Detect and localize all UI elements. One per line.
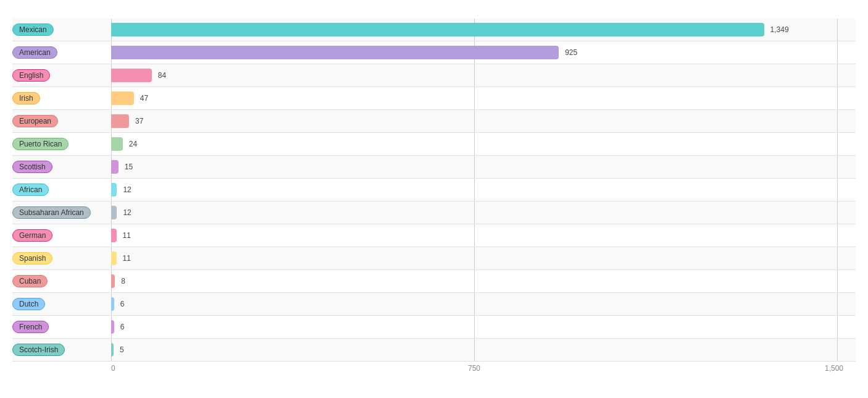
bar-segment-area: 84 [111,64,856,87]
table-row: French6 [12,316,856,339]
bar [111,69,152,82]
bar-value: 37 [135,117,143,125]
bar [111,23,764,36]
table-row: Mexican1,349 [12,19,856,41]
bar-value: 11 [123,231,131,240]
bar-value: 47 [140,94,148,103]
table-row: Cuban8 [12,270,856,293]
bar [111,297,114,311]
table-row: Irish47 [12,87,856,110]
grid-line [837,110,838,132]
grid-line [474,247,475,269]
table-row: Scottish15 [12,156,856,179]
bar-label: African [12,184,49,196]
bar-segment-area: 11 [111,224,856,247]
bar [111,206,117,219]
table-row: German11 [12,224,856,247]
bar-segment-area: 8 [111,270,856,292]
bar [111,343,114,357]
bar-value: 12 [123,208,131,217]
bar-label: Scotch-Irish [12,344,65,356]
grid-line [474,87,475,109]
bar [111,137,123,151]
x-axis-label: 1,500 [825,364,843,373]
bar [111,183,117,197]
grid-line [837,64,838,87]
bar-segment-area: 6 [111,316,856,338]
grid-line [837,270,838,292]
x-axis: 07501,500 [111,364,856,376]
bar-label: French [12,321,49,333]
bar-value: 6 [120,300,125,308]
grid-line [837,41,838,64]
grid-line [837,316,838,338]
bar-segment-area: 1,349 [111,19,856,41]
grid-line [474,64,475,87]
table-row: Subsaharan African12 [12,201,856,224]
bar-value: 12 [123,185,131,194]
bar [111,229,117,242]
bar-label: German [12,229,52,242]
chart-container: Mexican1,349American925English84Irish47E… [0,0,868,398]
bar-label: Irish [12,92,40,104]
chart-area: Mexican1,349American925English84Irish47E… [12,19,856,362]
bar-label: English [12,69,50,82]
bar-value: 1,349 [770,25,789,34]
table-row: Dutch6 [12,293,856,316]
grid-line [474,224,475,247]
grid-line [474,339,475,361]
bar-label: Mexican [12,23,54,36]
table-row: English84 [12,64,856,87]
grid-line [474,293,475,315]
grid-line [474,179,475,201]
grid-line [837,201,838,224]
bar-value: 11 [123,254,131,263]
bar-label: Cuban [12,275,48,287]
bar-segment-area: 24 [111,133,856,155]
bar-label: Spanish [12,252,52,265]
grid-line [474,316,475,338]
table-row: Scotch-Irish5 [12,339,856,362]
grid-line [474,110,475,132]
bar-segment-area: 37 [111,110,856,132]
table-row: Puerto Rican24 [12,133,856,156]
x-axis-label: 750 [468,364,480,373]
bar-segment-area: 925 [111,41,856,64]
grid-line [837,156,838,178]
grid-line [837,19,838,41]
bar-segment-area: 6 [111,293,856,315]
bar-segment-area: 47 [111,87,856,109]
bar-value: 84 [158,71,166,80]
bar-segment-area: 12 [111,201,856,224]
grid-line [474,156,475,178]
table-row: Spanish11 [12,247,856,270]
bar [111,46,559,59]
bar-segment-area: 5 [111,339,856,361]
bar [111,274,115,288]
bar [111,252,117,265]
table-row: African12 [12,179,856,201]
bar-value: 15 [125,163,133,171]
bar-label: Subsaharan African [12,206,91,219]
bar-label: American [12,46,57,59]
grid-line [474,270,475,292]
grid-line [837,179,838,201]
bar-value: 925 [565,48,577,57]
grid-line [837,87,838,109]
grid-line [837,224,838,247]
x-axis-label: 0 [111,364,115,373]
grid-line [474,133,475,155]
bar [111,114,129,128]
table-row: American925 [12,41,856,64]
bar [111,160,119,174]
bar [111,320,114,334]
bar-value: 5 [120,345,124,354]
bar [111,91,134,105]
bar-value: 6 [120,323,125,331]
table-row: European37 [12,110,856,133]
bar-label: European [12,115,58,127]
bar-segment-area: 12 [111,179,856,201]
bar-value: 24 [129,140,137,148]
bar-value: 8 [121,277,125,286]
grid-line [837,293,838,315]
